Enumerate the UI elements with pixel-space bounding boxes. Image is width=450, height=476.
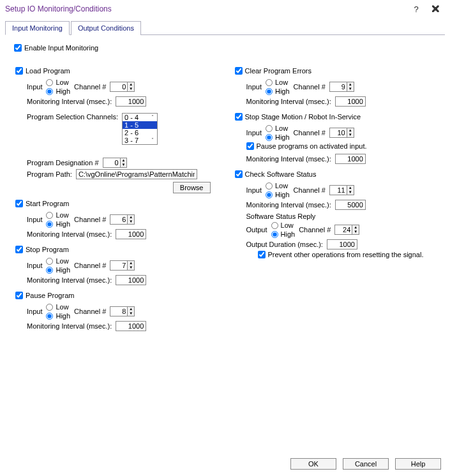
cancel-button[interactable]: Cancel [343,458,389,470]
start-channel-spinner[interactable]: ▲▼ [110,214,135,225]
load-interval-input[interactable] [116,96,146,107]
enable-input-monitoring-checkbox[interactable]: Enable Input Monitoring [14,44,98,52]
browse-button[interactable]: Browse [173,182,211,193]
output-duration-label: Output Duration (msec.): [246,241,323,248]
prevent-reset-checkbox[interactable]: Prevent other operations from resetting … [258,251,424,258]
sw-out-channel-spinner[interactable]: ▲▼ [334,225,359,235]
sw-channel-spinner[interactable]: ▲▼ [329,185,354,195]
clear-interval-input[interactable] [335,96,366,107]
chevron-down-icon[interactable]: ˅ [148,138,157,143]
load-program-checkbox[interactable]: Load Program [15,67,70,75]
load-low-radio[interactable] [46,79,53,86]
spin-up-icon[interactable]: ▲ [128,82,134,87]
stage-interval-input[interactable] [335,154,366,164]
tab-input-monitoring[interactable]: Input Monitoring [5,21,70,35]
pdesig-spinner[interactable]: ▲▼ [103,158,128,168]
sw-out-duration-input[interactable] [327,239,357,249]
close-icon[interactable]: 🗙 [426,4,445,14]
sw-interval-input[interactable] [335,200,366,210]
load-high-radio[interactable] [46,88,53,95]
help-button[interactable]: Help [395,458,441,470]
pause-channel-spinner[interactable]: ▲▼ [110,306,135,316]
clear-channel-spinner[interactable]: ▲▼ [329,82,354,92]
stage-channel-spinner[interactable]: ▲▼ [329,128,354,138]
clear-errors-checkbox[interactable]: Clear Program Errors [235,67,312,75]
help-icon[interactable]: ? [407,4,426,14]
stop-channel-spinner[interactable]: ▲▼ [110,260,135,271]
psc-listbox[interactable]: 0 - 4 1 - 5 2 - 6 3 - 7 ˄˅ [122,113,158,145]
ok-button[interactable]: OK [290,458,336,470]
input-label: Input [27,83,42,91]
channel-label: Channel # [74,83,106,91]
pause-program-checkbox[interactable]: Pause Program [15,292,74,299]
stop-interval-input[interactable] [116,275,146,285]
load-channel-spinner[interactable]: ▲▼ [110,82,135,92]
moninterval-label: Monitoring Interval (msec.): [27,98,112,105]
chevron-up-icon[interactable]: ˄ [148,115,157,120]
check-sw-status-checkbox[interactable]: Check Software Status [235,170,317,178]
software-status-reply-label: Software Status Reply [246,212,435,220]
spin-down-icon[interactable]: ▼ [128,87,134,91]
window-title: Setup IO Monitoring/Conditions [5,4,407,13]
stop-stage-checkbox[interactable]: Stop Stage Motion / Robot In-Service [235,113,361,121]
tab-output-conditions[interactable]: Output Conditions [71,21,141,35]
stop-program-checkbox[interactable]: Stop Program [15,246,69,253]
psc-label: Program Selection Channels: [27,113,118,121]
pause-interval-input[interactable] [116,321,146,331]
pdesig-label: Program Designation # [27,159,99,167]
pause-on-input-checkbox[interactable]: Pause programs on activated input. [246,142,367,150]
ppath-label: Program Path: [27,170,72,178]
start-program-checkbox[interactable]: Start Program [15,200,69,207]
start-interval-input[interactable] [116,229,146,239]
ppath-input[interactable] [76,169,197,179]
